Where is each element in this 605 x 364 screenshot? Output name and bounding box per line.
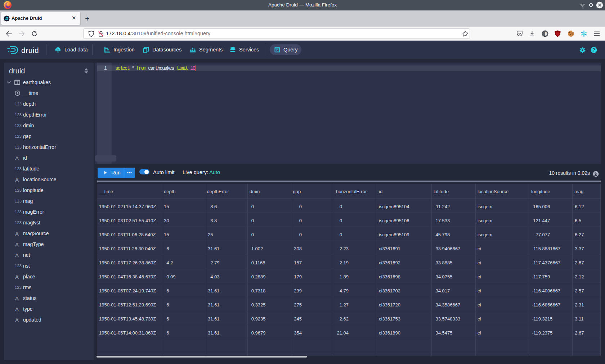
svg-text:?: ? [592, 47, 595, 53]
